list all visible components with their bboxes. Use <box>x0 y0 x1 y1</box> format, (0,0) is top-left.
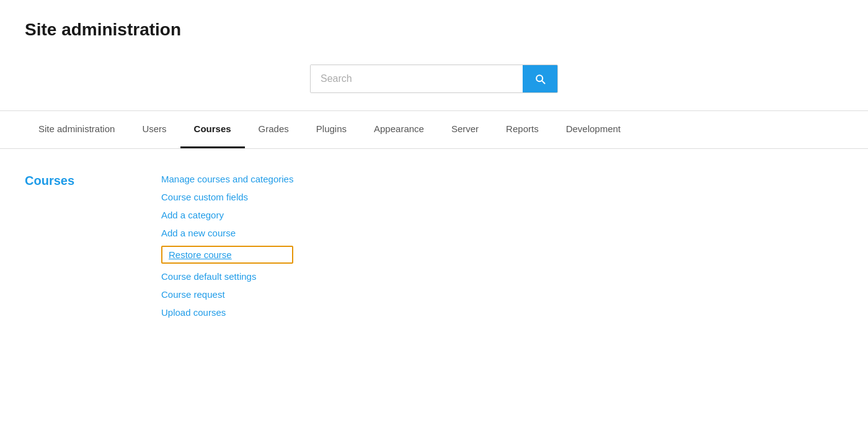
search-wrapper <box>310 65 558 93</box>
link-restore-course[interactable]: Restore course <box>161 246 293 264</box>
link-course-request[interactable]: Course request <box>161 289 293 300</box>
search-icon <box>534 73 546 85</box>
search-input[interactable] <box>311 65 523 92</box>
tab-plugins[interactable]: Plugins <box>303 111 360 148</box>
page-title: Site administration <box>25 20 843 40</box>
link-add-new-course[interactable]: Add a new course <box>161 228 293 238</box>
courses-links-list: Manage courses and categories Course cus… <box>161 174 293 318</box>
content-area: Courses Manage courses and categories Co… <box>0 149 868 342</box>
tab-appearance[interactable]: Appearance <box>360 111 438 148</box>
tab-server[interactable]: Server <box>438 111 492 148</box>
search-container <box>0 52 868 110</box>
tab-grades[interactable]: Grades <box>245 111 303 148</box>
tab-reports[interactable]: Reports <box>492 111 552 148</box>
tab-courses[interactable]: Courses <box>180 111 245 148</box>
nav-tabs: Site administration Users Courses Grades… <box>0 111 868 148</box>
link-course-default-settings[interactable]: Course default settings <box>161 271 293 282</box>
link-upload-courses[interactable]: Upload courses <box>161 307 293 318</box>
tab-users[interactable]: Users <box>128 111 180 148</box>
link-add-category[interactable]: Add a category <box>161 210 293 220</box>
courses-section-title: Courses <box>25 174 124 318</box>
link-manage-courses[interactable]: Manage courses and categories <box>161 174 293 184</box>
link-course-custom-fields[interactable]: Course custom fields <box>161 192 293 202</box>
page-header: Site administration <box>0 0 868 52</box>
search-button[interactable] <box>523 65 557 92</box>
tab-development[interactable]: Development <box>552 111 634 148</box>
tab-site-administration[interactable]: Site administration <box>25 111 128 148</box>
